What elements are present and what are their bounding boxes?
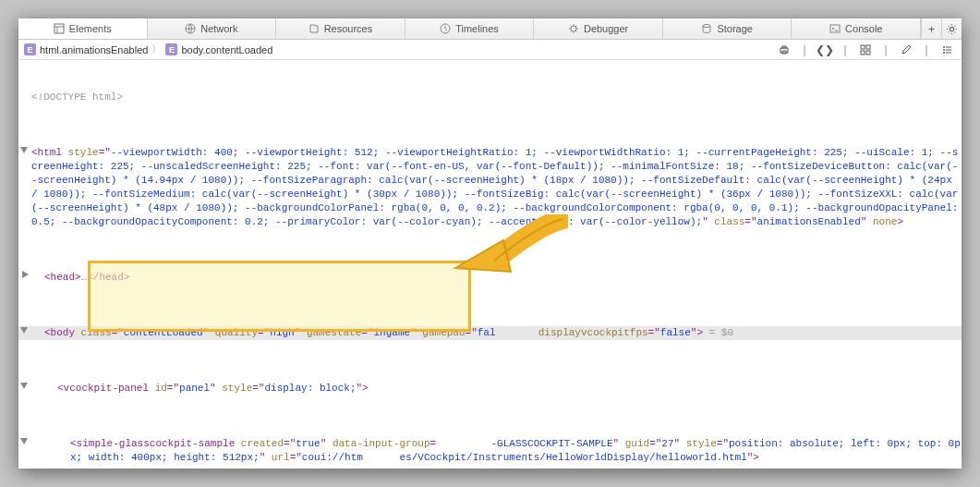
disclosure-triangle-icon[interactable] xyxy=(22,271,29,278)
add-tab-button[interactable]: + xyxy=(921,18,941,40)
tab-label: Elements xyxy=(69,23,112,34)
divider: | xyxy=(877,43,895,57)
print-icon[interactable] xyxy=(775,43,793,57)
devtools-window: Elements Network Resources Timelines Deb… xyxy=(18,18,962,469)
disclosure-triangle-icon[interactable] xyxy=(20,147,28,153)
dom-doctype[interactable]: <!DOCTYPE html> xyxy=(31,91,123,103)
dom-body-node[interactable]: <body class="contentLoaded" quality="hig… xyxy=(18,326,962,340)
divider: | xyxy=(917,43,936,57)
svg-rect-0 xyxy=(54,24,64,33)
dom-sgs-node[interactable]: <simple-glasscockpit-sample created="tru… xyxy=(18,437,962,465)
breadcrumb-item[interactable]: html.animationsEnabled xyxy=(40,44,148,55)
svg-rect-12 xyxy=(861,45,865,49)
element-badge-icon: E xyxy=(165,43,177,55)
tab-label: Debugger xyxy=(584,23,628,34)
svg-rect-14 xyxy=(861,51,865,55)
code-icon[interactable]: ❮❯ xyxy=(816,43,834,57)
dom-html-node[interactable]: <html style="--viewportWidth: 400; --vie… xyxy=(18,146,962,229)
breadcrumb: E html.animationsEnabled 〉 E body.conten… xyxy=(24,43,775,56)
devtools-toolbar: Elements Network Resources Timelines Deb… xyxy=(18,18,962,40)
svg-point-5 xyxy=(571,26,576,31)
storage-icon xyxy=(701,23,712,34)
elements-icon xyxy=(54,23,65,34)
divider: | xyxy=(795,43,814,57)
divider: | xyxy=(836,43,854,57)
tab-console[interactable]: Console xyxy=(792,18,921,39)
svg-point-6 xyxy=(703,25,710,28)
disclosure-triangle-icon[interactable] xyxy=(20,327,28,334)
tab-label: Network xyxy=(200,23,237,34)
disclosure-triangle-icon[interactable] xyxy=(20,438,28,444)
tab-elements[interactable]: Elements xyxy=(18,18,148,39)
breadcrumb-item[interactable]: body.contentLoaded xyxy=(181,44,272,55)
svg-rect-13 xyxy=(866,45,870,49)
settings-button[interactable] xyxy=(941,18,962,40)
filter-icon[interactable] xyxy=(938,43,956,57)
resources-icon xyxy=(309,23,320,34)
tab-label: Resources xyxy=(324,23,373,34)
svg-point-17 xyxy=(943,49,945,51)
edit-icon[interactable] xyxy=(897,43,915,57)
toolbar-end: + xyxy=(921,18,962,39)
dom-tree[interactable]: <!DOCTYPE html> <html style="--viewportW… xyxy=(18,60,962,487)
tab-debugger[interactable]: Debugger xyxy=(534,18,663,39)
svg-point-16 xyxy=(943,46,945,48)
tab-resources[interactable]: Resources xyxy=(276,18,405,39)
tab-label: Timelines xyxy=(455,23,499,34)
svg-point-18 xyxy=(943,52,945,54)
tab-label: Storage xyxy=(717,23,753,34)
chevron-right-icon: 〉 xyxy=(151,43,162,56)
actionbar: | ❮❯ | | | xyxy=(775,43,956,57)
selected-indicator: = $0 xyxy=(703,327,733,338)
grid-icon[interactable] xyxy=(856,43,875,57)
tab-storage[interactable]: Storage xyxy=(663,18,792,39)
tab-timelines[interactable]: Timelines xyxy=(405,18,535,39)
dom-vcockpit-node[interactable]: <vcockpit-panel id="panel" style="displa… xyxy=(18,382,962,396)
timelines-icon xyxy=(440,23,451,34)
breadcrumb-row: E html.animationsEnabled 〉 E body.conten… xyxy=(18,40,962,60)
svg-rect-15 xyxy=(866,51,870,55)
element-badge-icon: E xyxy=(24,43,36,55)
network-icon xyxy=(185,23,196,34)
debugger-icon xyxy=(568,23,579,34)
disclosure-triangle-icon[interactable] xyxy=(20,383,28,389)
svg-rect-10 xyxy=(782,46,786,48)
console-icon xyxy=(829,23,841,34)
tab-network[interactable]: Network xyxy=(148,18,277,39)
svg-point-8 xyxy=(950,27,953,30)
dom-head-node[interactable]: <head>…</head> xyxy=(18,271,962,285)
tab-label: Console xyxy=(845,23,882,34)
